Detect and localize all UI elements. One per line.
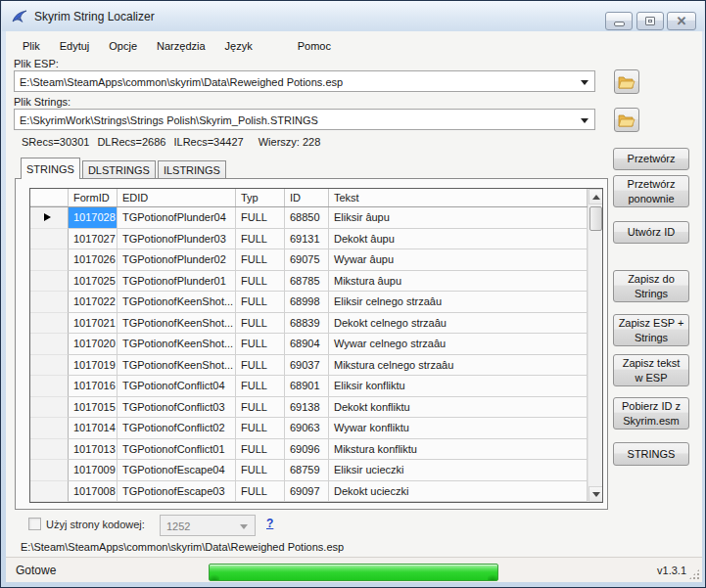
cell-edid[interactable]: TGPotionofPlunder04	[118, 207, 236, 229]
cell-typ[interactable]: FULL	[236, 397, 285, 419]
codepage-help-link[interactable]: ?	[266, 517, 273, 530]
cell-formid[interactable]: 1017020	[69, 334, 118, 355]
cell-formid[interactable]: 1017008	[69, 481, 118, 503]
scroll-up-button[interactable]	[588, 189, 603, 204]
cell-typ[interactable]: FULL	[236, 292, 285, 313]
row-header[interactable]	[30, 292, 69, 313]
cell-edid[interactable]: TGPotionofConflict02	[118, 418, 236, 439]
przetworz-button[interactable]: Przetwórz	[613, 148, 689, 170]
cell-edid[interactable]: TGPotionofConflict03	[118, 397, 236, 419]
cell-id[interactable]: 68839	[285, 313, 329, 335]
cell-typ[interactable]: FULL	[236, 439, 285, 461]
przetworz-ponownie-button[interactable]: Przetwórz ponownie	[613, 175, 689, 207]
row-header[interactable]	[30, 481, 69, 503]
cell-edid[interactable]: TGPotionofEscape03	[118, 481, 236, 503]
cell-tekst[interactable]: Wywar celnego strzaâu	[329, 334, 588, 355]
cell-tekst[interactable]: Wywar konfliktu	[329, 418, 588, 439]
cell-formid[interactable]: 1017025	[69, 271, 118, 293]
menu-jezyk[interactable]: Język	[215, 37, 262, 55]
esp-browse-button[interactable]	[614, 69, 639, 94]
codepage-checkbox[interactable]	[28, 518, 41, 530]
cell-id[interactable]: 69075	[285, 249, 329, 271]
cell-tekst[interactable]: Eliksir ucieczki	[329, 460, 588, 481]
col-header-formid[interactable]: FormID	[69, 189, 118, 206]
minimize-button[interactable]	[605, 12, 633, 30]
col-header-id[interactable]: ID	[285, 189, 329, 206]
cell-formid[interactable]: 1017028	[69, 207, 118, 229]
strings-browse-button[interactable]	[614, 108, 639, 132]
cell-formid[interactable]: 1017019	[69, 355, 118, 377]
zapisz-do-strings-button[interactable]: Zapisz do Strings	[613, 270, 689, 302]
cell-typ[interactable]: FULL	[236, 271, 285, 293]
cell-edid[interactable]: TGPotionofConflict01	[118, 439, 236, 461]
cell-formid[interactable]: 1017013	[69, 439, 118, 461]
row-header[interactable]	[30, 460, 69, 481]
strings-action-button[interactable]: STRINGS	[613, 442, 689, 466]
row-header[interactable]	[30, 334, 69, 355]
cell-id[interactable]: 69096	[285, 439, 329, 461]
cell-id[interactable]: 68901	[285, 376, 329, 397]
cell-tekst[interactable]: Dekokt celnego strzaâu	[329, 313, 588, 335]
cell-id[interactable]: 68785	[285, 271, 329, 293]
cell-formid[interactable]: 1017014	[69, 418, 118, 439]
cell-typ[interactable]: FULL	[236, 207, 285, 229]
menu-narzedzia[interactable]: Narzędzia	[147, 37, 215, 55]
maximize-button[interactable]	[636, 12, 664, 30]
row-header[interactable]	[30, 355, 69, 377]
cell-typ[interactable]: FULL	[236, 355, 285, 377]
menu-opcje[interactable]: Opcje	[99, 37, 147, 55]
pobierz-id-button[interactable]: Pobierz ID z Skyrim.esm	[613, 397, 689, 430]
cell-formid[interactable]: 1017022	[69, 292, 118, 313]
zapisz-tekst-esp-button[interactable]: Zapisz tekst w ESP	[613, 354, 689, 386]
cell-edid[interactable]: TGPotionofKeenShot...	[118, 334, 236, 355]
resize-grip[interactable]	[688, 568, 700, 580]
cell-edid[interactable]: TGPotionofPlunder02	[118, 249, 236, 271]
cell-edid[interactable]: TGPotionofKeenShot...	[118, 292, 236, 313]
cell-tekst[interactable]: Dekokt ucieczki	[329, 481, 588, 503]
col-header-tekst[interactable]: Tekst	[329, 189, 588, 206]
cell-tekst[interactable]: Mikstura âupu	[329, 271, 588, 293]
strings-combo-arrow-icon[interactable]	[581, 118, 588, 123]
cell-id[interactable]: 69063	[285, 418, 329, 439]
cell-id[interactable]: 68759	[285, 460, 329, 481]
cell-edid[interactable]: TGPotionofConflict04	[118, 376, 236, 397]
row-header[interactable]	[30, 313, 69, 335]
cell-id[interactable]: 68998	[285, 292, 329, 313]
scroll-down-button[interactable]	[588, 486, 603, 502]
grid-vertical-scrollbar[interactable]	[588, 189, 602, 502]
row-header[interactable]	[30, 249, 69, 271]
cell-formid[interactable]: 1017009	[69, 460, 118, 481]
cell-typ[interactable]: FULL	[236, 418, 285, 439]
cell-typ[interactable]: FULL	[236, 249, 285, 271]
esp-combo-arrow-icon[interactable]	[581, 80, 588, 85]
close-button[interactable]: ✕	[667, 12, 696, 30]
tab-dlstrings[interactable]: DLSTRINGS	[82, 160, 156, 179]
grid-corner-cell[interactable]	[30, 189, 69, 206]
cell-tekst[interactable]: Eliksir celnego strzaâu	[329, 292, 588, 313]
cell-id[interactable]: 69037	[285, 355, 329, 377]
cell-formid[interactable]: 1017016	[69, 376, 118, 397]
col-header-typ[interactable]: Typ	[236, 189, 285, 206]
cell-edid[interactable]: TGPotionofKeenShot...	[118, 313, 236, 335]
cell-typ[interactable]: FULL	[236, 460, 285, 481]
esp-file-combo[interactable]: E:\Steam\SteamApps\common\skyrim\Data\Re…	[14, 70, 595, 92]
row-header[interactable]	[30, 397, 69, 419]
col-header-edid[interactable]: EDID	[118, 189, 236, 206]
utworz-id-button[interactable]: Utwórz ID	[613, 221, 689, 244]
cell-tekst[interactable]: Eliksir âupu	[329, 207, 588, 229]
cell-formid[interactable]: 1017027	[69, 229, 118, 250]
row-header[interactable]	[30, 271, 69, 293]
tab-ilstrings[interactable]: ILSTRINGS	[158, 160, 226, 179]
strings-file-combo[interactable]: E:\SkyrimWork\Strings\Strings Polish\Sky…	[14, 109, 595, 130]
codepage-combo[interactable]: 1252	[160, 515, 256, 536]
cell-edid[interactable]: TGPotionofPlunder03	[118, 229, 236, 250]
cell-edid[interactable]: TGPotionofKeenShot...	[118, 355, 236, 377]
cell-tekst[interactable]: Dekokt âupu	[329, 229, 588, 250]
cell-id[interactable]: 68850	[285, 207, 329, 229]
cell-id[interactable]: 69097	[285, 481, 329, 503]
cell-edid[interactable]: TGPotionofPlunder01	[118, 271, 236, 293]
cell-formid[interactable]: 1017021	[69, 313, 118, 335]
cell-typ[interactable]: FULL	[236, 481, 285, 503]
cell-tekst[interactable]: Wywar âupu	[329, 249, 588, 271]
cell-tekst[interactable]: Mikstura celnego strzaâu	[329, 355, 588, 377]
